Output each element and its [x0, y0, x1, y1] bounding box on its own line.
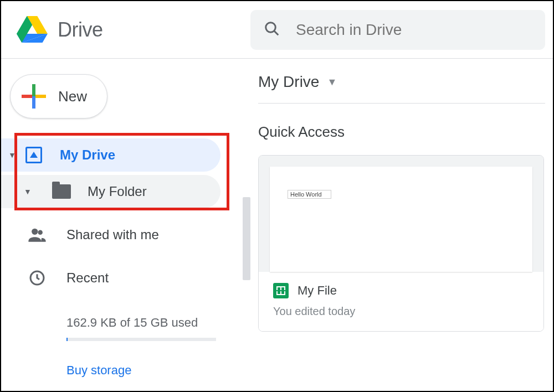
breadcrumb[interactable]: My Drive ▼	[258, 73, 545, 104]
search-wrap	[250, 10, 553, 50]
sidebar-item-label: My Drive	[60, 147, 115, 163]
folder-icon	[49, 184, 74, 199]
storage-usage-text: 162.9 KB of 15 GB used	[66, 316, 238, 330]
main-panel: My Drive ▼ Quick Access Hello World My F…	[238, 59, 553, 391]
search-input[interactable]	[296, 21, 532, 39]
svg-line-1	[274, 30, 279, 35]
new-button-label: New	[58, 88, 87, 105]
search-bar[interactable]	[250, 10, 545, 50]
header: Drive	[1, 1, 553, 59]
sidebar-item-label: Shared with me	[66, 227, 159, 243]
buy-storage-link[interactable]: Buy storage	[66, 363, 131, 378]
clock-icon	[24, 269, 50, 287]
quick-access-title: Quick Access	[258, 123, 545, 141]
sidebar-item-recent[interactable]: Recent	[1, 261, 238, 295]
app-title: Drive	[58, 18, 103, 42]
file-meta: My File You edited today	[259, 272, 543, 331]
sidebar-item-label: Recent	[66, 270, 109, 286]
breadcrumb-label: My Drive	[258, 73, 319, 91]
caret-down-icon[interactable]: ▼	[22, 187, 33, 196]
people-icon	[24, 225, 50, 244]
drive-logo-icon	[17, 16, 48, 44]
file-thumbnail-content: Hello World	[270, 167, 532, 272]
file-card[interactable]: Hello World My File You edited today	[258, 155, 544, 332]
drive-square-icon	[21, 147, 47, 163]
sidebar-item-my-drive[interactable]: ▼ My Drive	[1, 138, 220, 172]
svg-point-2	[32, 229, 38, 235]
chevron-down-icon: ▼	[327, 76, 337, 88]
sidebar-item-shared-with-me[interactable]: Shared with me	[1, 218, 238, 251]
sheets-icon	[273, 283, 289, 298]
svg-point-0	[266, 22, 276, 32]
scrollbar[interactable]	[243, 197, 250, 280]
file-subtitle: You edited today	[273, 305, 529, 318]
sidebar-item-label: My Folder	[88, 184, 147, 199]
thumbnail-cell-text: Hello World	[288, 190, 331, 199]
logo-area[interactable]: Drive	[1, 16, 250, 44]
search-icon	[264, 20, 280, 39]
svg-point-3	[38, 230, 43, 235]
sidebar: New ▼ My Drive ▼ My Folder Sh	[1, 59, 238, 391]
caret-down-icon[interactable]: ▼	[7, 151, 18, 159]
storage-section: 162.9 KB of 15 GB used Buy storage	[1, 316, 238, 378]
file-name: My File	[297, 283, 337, 298]
nav-tree: ▼ My Drive ▼ My Folder Shared with me	[1, 138, 238, 378]
plus-icon	[22, 84, 46, 109]
storage-bar	[66, 338, 216, 341]
sidebar-item-my-folder[interactable]: ▼ My Folder	[1, 175, 220, 208]
file-thumbnail: Hello World	[259, 156, 543, 272]
new-button[interactable]: New	[10, 74, 107, 118]
body: New ▼ My Drive ▼ My Folder Sh	[1, 59, 553, 391]
